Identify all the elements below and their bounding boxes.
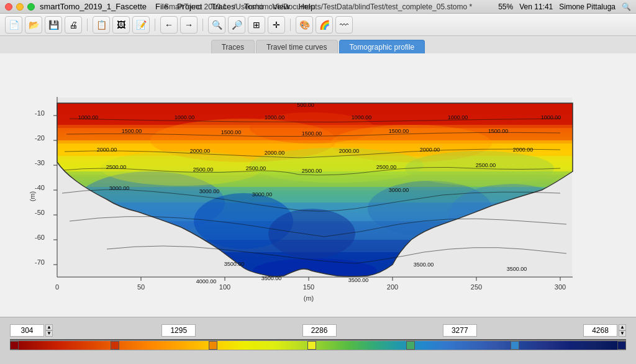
svg-text:100: 100 <box>219 283 230 291</box>
svg-text:1000.00: 1000.00 <box>448 114 468 121</box>
color-marker-1[interactable] <box>10 341 19 350</box>
svg-text:3500.00: 3500.00 <box>507 266 527 272</box>
color-marker-6[interactable] <box>511 341 519 350</box>
forward-button[interactable]: → <box>180 16 198 34</box>
export-img-button[interactable]: 🖼 <box>112 16 130 34</box>
traffic-lights <box>5 3 35 11</box>
svg-text:1000.00: 1000.00 <box>541 114 561 121</box>
color-marker-4[interactable] <box>307 341 316 350</box>
toolbar-separator-4 <box>290 19 291 31</box>
datetime: Ven 11:41 <box>519 2 553 11</box>
menu-bar: smartTomo_2019_1_Fascette File Project T… <box>0 0 636 14</box>
svg-text:(m): (m) <box>29 191 36 202</box>
tab-bar: Traces Travel time curves Tomographic pr… <box>0 36 636 53</box>
gradient-bar-row <box>10 339 626 358</box>
svg-text:(m): (m) <box>304 294 314 302</box>
color-value-4[interactable]: 3277 <box>443 324 477 337</box>
color2-button[interactable]: 🌈 <box>316 16 333 34</box>
svg-text:3000.00: 3000.00 <box>252 191 273 198</box>
username: Simone Pittaluga <box>559 2 616 11</box>
zoom-in-button[interactable]: 🔎 <box>228 16 245 34</box>
menu-smarttomo[interactable]: smartTomo_2019_1_Fascette <box>40 2 147 11</box>
svg-text:2000.00: 2000.00 <box>265 150 285 156</box>
export-pdf-button[interactable]: 📋 <box>93 16 110 34</box>
color-marker-7[interactable] <box>617 341 626 350</box>
chart-area: -10 -20 -30 -40 -50 -60 -70 (m) 0 50 100… <box>26 60 610 302</box>
svg-text:2500.00: 2500.00 <box>302 168 322 174</box>
color1-button[interactable]: 🎨 <box>296 16 313 34</box>
svg-text:1500.00: 1500.00 <box>389 128 409 134</box>
tab-travel-time-label: Travel time curves <box>266 43 327 52</box>
svg-text:2000.00: 2000.00 <box>339 148 360 154</box>
svg-text:250: 250 <box>471 283 482 291</box>
spin-down-1[interactable]: ▼ <box>45 330 53 337</box>
color-value-5[interactable]: 4268 <box>583 324 617 337</box>
export-text-button[interactable]: 📝 <box>132 16 150 34</box>
tab-traces-label: Traces <box>222 43 244 52</box>
svg-text:4000.00: 4000.00 <box>196 278 217 284</box>
menu-bar-right: 55% Ven 11:41 Simone Pittaluga 🔍 <box>498 2 631 11</box>
svg-text:2000.00: 2000.00 <box>190 148 211 154</box>
svg-text:3500.00: 3500.00 <box>414 262 434 268</box>
svg-text:50: 50 <box>137 283 145 291</box>
svg-text:2500.00: 2500.00 <box>246 165 266 171</box>
spin-down-5[interactable]: ▼ <box>619 330 626 337</box>
color-marker-5[interactable] <box>406 341 415 350</box>
wave-button[interactable]: 〰 <box>335 16 353 34</box>
zoom-out-button[interactable]: 🔍 <box>208 16 225 34</box>
minimize-button[interactable] <box>16 3 24 11</box>
svg-text:1000.00: 1000.00 <box>265 114 285 121</box>
color-value-3[interactable]: 2286 <box>302 324 337 337</box>
close-button[interactable] <box>5 3 12 11</box>
main-content: -10 -20 -30 -40 -50 -60 -70 (m) 0 50 100… <box>0 53 636 333</box>
zoom-fit-button[interactable]: ⊞ <box>248 16 265 34</box>
svg-text:3000.00: 3000.00 <box>199 188 220 194</box>
color-value-1[interactable]: 304 <box>10 324 44 337</box>
color-marker-2[interactable] <box>111 341 119 350</box>
svg-text:2500.00: 2500.00 <box>193 166 214 173</box>
svg-text:-30: -30 <box>35 159 45 166</box>
svg-text:1500.00: 1500.00 <box>302 130 322 137</box>
open-button[interactable]: 📂 <box>25 16 42 34</box>
tab-tomographic[interactable]: Tomographic profile <box>339 40 425 53</box>
battery-level: 55% <box>498 2 513 11</box>
svg-text:500.00: 500.00 <box>297 102 314 108</box>
svg-text:1000.00: 1000.00 <box>175 114 195 121</box>
svg-text:300: 300 <box>555 283 566 291</box>
svg-text:1500.00: 1500.00 <box>122 128 142 134</box>
back-button[interactable]: ← <box>160 16 178 34</box>
svg-text:2500.00: 2500.00 <box>106 164 127 170</box>
svg-text:2500.00: 2500.00 <box>476 162 496 168</box>
toolbar: 📄 📂 💾 🖨 📋 🖼 📝 ← → 🔍 🔎 ⊞ ✛ 🎨 🌈 〰 <box>0 14 636 36</box>
gradient-bar[interactable] <box>10 340 626 350</box>
maximize-button[interactable] <box>27 3 35 11</box>
tab-traces[interactable]: Traces <box>211 40 255 53</box>
svg-text:2000.00: 2000.00 <box>97 147 117 153</box>
save-button[interactable]: 💾 <box>45 16 62 34</box>
svg-text:-60: -60 <box>35 234 45 241</box>
new-button[interactable]: 📄 <box>5 16 22 34</box>
svg-text:200: 200 <box>387 283 398 291</box>
search-icon[interactable]: 🔍 <box>622 2 631 11</box>
spin-up-1[interactable]: ▲ <box>45 324 53 330</box>
svg-text:-50: -50 <box>35 209 45 216</box>
tomographic-chart: -10 -20 -30 -40 -50 -60 -70 (m) 0 50 100… <box>26 60 610 302</box>
toolbar-separator-1 <box>87 19 88 31</box>
svg-text:1000.00: 1000.00 <box>78 114 99 121</box>
tab-tomographic-label: Tomographic profile <box>350 43 415 52</box>
spin-up-5[interactable]: ▲ <box>619 324 626 330</box>
print-button[interactable]: 🖨 <box>65 16 82 34</box>
svg-text:1000.00: 1000.00 <box>352 114 372 121</box>
color-marker-3[interactable] <box>209 341 217 350</box>
bottom-panel: 304 ▲ ▼ 1295 2286 3277 4268 ▲ ▼ <box>0 317 636 364</box>
svg-point-45 <box>268 209 355 258</box>
svg-text:1500.00: 1500.00 <box>488 128 509 134</box>
svg-text:3500.00: 3500.00 <box>348 277 369 283</box>
svg-text:-10: -10 <box>35 109 45 117</box>
tab-travel-time[interactable]: Travel time curves <box>256 40 338 53</box>
svg-text:1500.00: 1500.00 <box>221 129 242 135</box>
crosshair-button[interactable]: ✛ <box>268 16 285 34</box>
svg-text:-20: -20 <box>35 134 45 142</box>
svg-text:3500.00: 3500.00 <box>224 261 245 267</box>
color-value-2[interactable]: 1295 <box>161 324 196 337</box>
